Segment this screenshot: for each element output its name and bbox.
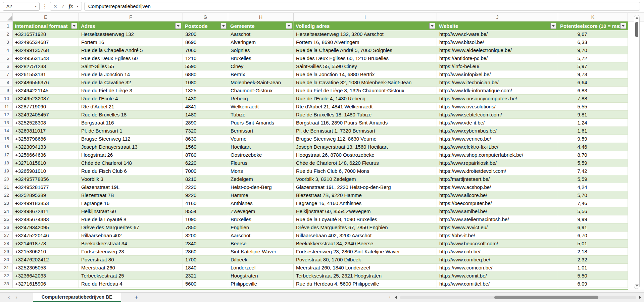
- scroll-up-icon[interactable]: [635, 17, 639, 19]
- row-number[interactable]: 20: [0, 175, 13, 183]
- cell-adres[interactable]: Rue du Herdeau 4: [79, 280, 183, 288]
- cell-volledig-adres[interactable]: Poverstraat 80, 1700 Dilbeek: [294, 256, 437, 264]
- horizontal-scrollbar-track[interactable]: [400, 296, 636, 299]
- row-number[interactable]: 14: [0, 127, 13, 135]
- cell-adres[interactable]: Voorbilk 3: [79, 175, 183, 183]
- cell-website[interactable]: https://www.shop.computerfabriek.be/: [437, 151, 558, 159]
- cell-potentieelscore[interactable]: 5,72: [558, 54, 628, 62]
- cell-postcode[interactable]: 1325: [183, 87, 228, 95]
- cell-gemeente[interactable]: Molenbeek-Saint-Jean: [228, 79, 294, 87]
- cell-postcode[interactable]: 1430: [183, 95, 228, 103]
- cell-volledig-adres[interactable]: Terbeeksestraat 25, 2321 Hoogstraten: [294, 272, 437, 280]
- cell-adres[interactable]: Fortsesteenweg 23: [79, 248, 183, 256]
- cell-potentieelscore[interactable]: 5,97: [558, 62, 628, 70]
- cancel-icon[interactable]: ✕: [53, 4, 57, 9]
- chevron-down-icon[interactable]: ▾: [35, 5, 37, 8]
- cell-potentieelscore[interactable]: 9,99: [558, 215, 628, 223]
- cell-potentieelscore[interactable]: 9,73: [558, 70, 628, 79]
- cell-potentieelscore[interactable]: 2,32: [558, 256, 628, 264]
- cell-gemeente[interactable]: Aarschot: [228, 232, 294, 240]
- cell-gemeente[interactable]: Dilbeek: [228, 256, 294, 264]
- cell-gemeente[interactable]: Rebecq: [228, 95, 294, 103]
- cell-volledig-adres[interactable]: Rue du Fief de Liège 3, 1325 Chaumont-Gi…: [294, 87, 437, 95]
- filter-dropdown-icon[interactable]: [286, 23, 292, 29]
- vertical-scrollbar-thumb[interactable]: [635, 22, 638, 37]
- cell-adres[interactable]: Terbeeksestraat 25: [79, 272, 183, 280]
- sheet-tab-active[interactable]: Computerreparatiebedrijven BE: [33, 293, 121, 302]
- cell-internationaal-formaat[interactable]: +3258798686: [13, 135, 79, 143]
- cell-volledig-adres[interactable]: Brugse Steenweg 112, 8630 Veurne: [294, 135, 437, 143]
- filter-dropdown-icon[interactable]: [175, 23, 181, 29]
- cell-gemeente[interactable]: Tubize: [228, 111, 294, 119]
- cell-postcode[interactable]: 1560: [183, 143, 228, 151]
- cell-postcode[interactable]: 2220: [183, 183, 228, 191]
- scroll-left-icon[interactable]: [395, 296, 397, 299]
- cell-internationaal-formaat[interactable]: +32486556376: [13, 79, 79, 87]
- row-number[interactable]: 26: [0, 223, 13, 232]
- cell-website[interactable]: http://www.infopixel.be/: [437, 70, 558, 79]
- row-number[interactable]: 11: [0, 103, 13, 111]
- cell-postcode[interactable]: 1210: [183, 54, 228, 62]
- cell-volledig-adres[interactable]: Lagrange 16, 4160 Anthisnes: [294, 199, 437, 207]
- cell-internationaal-formaat[interactable]: +3216571928: [13, 30, 79, 38]
- insert-function-icon[interactable]: fx: [68, 3, 73, 9]
- cell-gemeente[interactable]: Fleurus: [228, 159, 294, 167]
- cell-volledig-adres[interactable]: Borgstraat 116, 2890 Puurs-Sint-Amands: [294, 119, 437, 127]
- cell-internationaal-formaat[interactable]: +3214618778: [13, 240, 79, 248]
- cell-volledig-adres[interactable]: Rue de la Chapelle André 5, 7060 Soignie…: [294, 46, 437, 54]
- enter-icon[interactable]: ✓: [61, 4, 65, 9]
- cell-website[interactable]: http://www.combeq.be/: [437, 256, 558, 264]
- cell-adres[interactable]: Hoogstraat 26: [79, 151, 183, 159]
- cell-internationaal-formaat[interactable]: +3256664636: [13, 151, 79, 159]
- cell-gemeente[interactable]: Zedelgem: [228, 175, 294, 183]
- cell-potentieelscore[interactable]: 2,18: [558, 248, 628, 256]
- row-number[interactable]: 10: [0, 95, 13, 103]
- cell-website[interactable]: https://info-bel.eu/: [437, 62, 558, 70]
- row-number[interactable]: 33: [0, 280, 13, 288]
- cell-postcode[interactable]: 6220: [183, 159, 228, 167]
- horizontal-scrollbar-thumb[interactable]: [494, 296, 598, 299]
- header-cell[interactable]: Volledig adres: [294, 21, 437, 30]
- cell-website[interactable]: https://www.aideelectronique.be/: [437, 46, 558, 54]
- cell-website[interactable]: http://www.amibel.be/: [437, 207, 558, 215]
- cell-volledig-adres[interactable]: Chée de Charleroi 148, 6220 Fleurus: [294, 159, 437, 167]
- cell-internationaal-formaat[interactable]: +32495281677: [13, 183, 79, 191]
- cell-internationaal-formaat[interactable]: +3271615906: [13, 280, 79, 288]
- cell-adres[interactable]: Rte d’Aubel 21: [79, 103, 183, 111]
- cell-adres[interactable]: Biezestraat 7B: [79, 191, 183, 199]
- cell-potentieelscore[interactable]: 5,56: [558, 207, 628, 215]
- cell-internationaal-formaat[interactable]: +32492405457: [13, 111, 79, 119]
- cell-adres[interactable]: Rillaarsebaan 402: [79, 232, 183, 240]
- cell-postcode[interactable]: 5600: [183, 280, 228, 288]
- cell-postcode[interactable]: 1480: [183, 111, 228, 119]
- cell-gemeente[interactable]: Sint-Katelijne-Waver: [228, 248, 294, 256]
- cell-gemeente[interactable]: Soignies: [228, 46, 294, 54]
- column-letter[interactable]: G: [183, 13, 228, 21]
- cell-potentieelscore[interactable]: 7,42: [558, 167, 628, 175]
- cell-adres[interactable]: Drève des Marguerites 67: [79, 223, 183, 232]
- cell-website[interactable]: https://www.comit.be/: [437, 272, 558, 280]
- cell-potentieelscore[interactable]: 5,70: [558, 191, 628, 199]
- cell-postcode[interactable]: 7850: [183, 223, 228, 232]
- cell-postcode[interactable]: 8210: [183, 175, 228, 183]
- cell-website[interactable]: http://www.elektro-fix-it.be/: [437, 143, 558, 151]
- row-number[interactable]: 31: [0, 264, 13, 272]
- cell-adres[interactable]: Helkijnstraat 60: [79, 207, 183, 215]
- cell-potentieelscore[interactable]: 1,61: [558, 127, 628, 135]
- next-sheet-icon[interactable]: ›: [15, 295, 17, 300]
- cell-volledig-adres[interactable]: Rte d’Aubel 21, 4841 Welkenraedt: [294, 103, 437, 111]
- cell-website[interactable]: http://www.vde-it.be/: [437, 119, 558, 127]
- cell-website[interactable]: http://www.ldk-informatique.com/: [437, 87, 558, 95]
- cell-adres[interactable]: Rue de la Cavatine 32: [79, 79, 183, 87]
- cell-volledig-adres[interactable]: Beekakkersstraat 34, 2340 Beerse: [294, 240, 437, 248]
- cell-internationaal-formaat[interactable]: +3271815810: [13, 159, 79, 167]
- cell-postcode[interactable]: 7060: [183, 46, 228, 54]
- cell-volledig-adres[interactable]: Voorbilk 3, 8210 Zedelgem: [294, 175, 437, 183]
- cell-internationaal-formaat[interactable]: +3269811017: [13, 127, 79, 135]
- cell-adres[interactable]: Rue de la Loyauté 8: [79, 215, 183, 223]
- cell-postcode[interactable]: 2860: [183, 248, 228, 256]
- row-number[interactable]: 7: [0, 70, 13, 79]
- cell-gemeente[interactable]: Welkenraedt: [228, 103, 294, 111]
- cell-adres[interactable]: Chée de Charleroi 148: [79, 159, 183, 167]
- row-number[interactable]: 4: [0, 46, 13, 54]
